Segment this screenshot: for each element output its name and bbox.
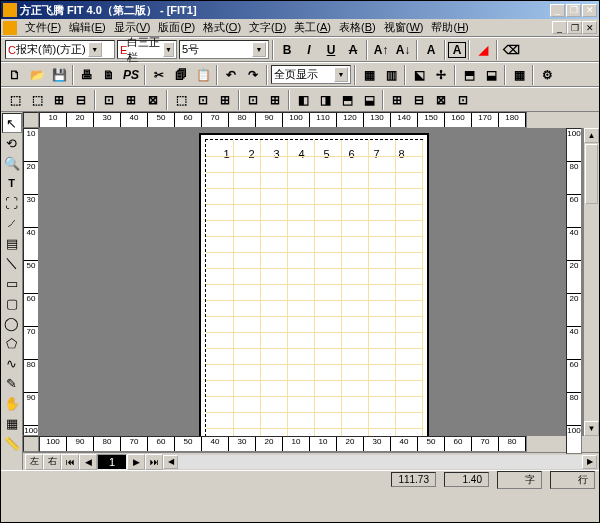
rounded-rect-tool[interactable]: ▢ [2,293,22,313]
menu-text[interactable]: 文字(D) [245,19,290,36]
text-box-button[interactable]: A [448,42,466,58]
nav-right-master[interactable]: 右 [43,454,61,470]
layout-btn-9[interactable]: ⊡ [192,89,214,111]
ruler-vertical-left[interactable]: 102030405060708090100 [23,128,39,436]
crop-tool[interactable]: ⛶ [2,193,22,213]
open-button[interactable]: 📂 [26,64,48,86]
cut-button[interactable]: ✂ [148,64,170,86]
align-left-button[interactable]: ⬕ [408,64,430,86]
layout-btn-18[interactable]: ⊟ [408,89,430,111]
doc-restore-button[interactable]: ❐ [567,21,582,34]
rotate-tool[interactable]: ⟲ [2,133,22,153]
layout-btn-15[interactable]: ⬒ [336,89,358,111]
zoom-dropdown[interactable]: 全页显示 ▼ [271,65,351,84]
font-size-dropdown[interactable]: 5号 ▼ [179,40,269,59]
scrollbar-horizontal[interactable]: ◀ ▶ [163,454,597,470]
grid2-button[interactable]: ▥ [380,64,402,86]
grid-button[interactable]: ▦ [358,64,380,86]
char-format-button[interactable]: A [420,39,442,61]
align-center-button[interactable]: ✢ [430,64,452,86]
menu-art[interactable]: 美工(A) [290,19,335,36]
nav-prev-button[interactable]: ◀ [79,454,97,470]
node-tool[interactable]: ⟋ [2,213,22,233]
measure-tool[interactable]: 📏 [2,433,22,453]
clear-format-button[interactable]: ⌫ [500,39,522,61]
doc-icon[interactable] [3,21,17,35]
gradient-tool[interactable]: ▤ [2,233,22,253]
layout-btn-17[interactable]: ⊞ [386,89,408,111]
menu-table[interactable]: 表格(B) [335,19,380,36]
paste-button[interactable]: 📋 [192,64,214,86]
layout-btn-6[interactable]: ⊞ [120,89,142,111]
scrollbar-vertical[interactable]: ▲ ▼ [583,128,599,436]
bold-button[interactable]: B [276,39,298,61]
layout-btn-16[interactable]: ⬓ [358,89,380,111]
menu-view[interactable]: 显示(V) [110,19,155,36]
doc-close-button[interactable]: ✕ [582,21,597,34]
scroll-left-arrow[interactable]: ◀ [163,455,178,469]
tool-button[interactable]: ⚙ [536,64,558,86]
nav-next-button[interactable]: ▶ [127,454,145,470]
ruler-vertical-right[interactable]: 1008060402020406080100 [566,128,582,436]
copy-button[interactable]: 🗐 [170,64,192,86]
minimize-button[interactable]: _ [550,4,565,17]
layout-btn-20[interactable]: ⊡ [452,89,474,111]
page[interactable]: 12345678 [199,133,429,436]
canvas[interactable]: 12345678 [39,128,583,436]
font-family-dropdown[interactable]: C 报宋(简)(方正) ▼ [5,40,115,59]
subscript-button[interactable]: A↓ [392,39,414,61]
table-button[interactable]: ▦ [508,64,530,86]
menu-page[interactable]: 版面(P) [154,19,199,36]
table-tool[interactable]: ▦ [2,413,22,433]
superscript-button[interactable]: A↑ [370,39,392,61]
menu-format[interactable]: 格式(O) [199,19,245,36]
scroll-right-arrow[interactable]: ▶ [582,455,597,469]
preview-button[interactable]: 🗎 [98,64,120,86]
layer-up-button[interactable]: ⬒ [458,64,480,86]
underline-button[interactable]: U [320,39,342,61]
scroll-up-arrow[interactable]: ▲ [584,128,599,143]
restore-button[interactable]: ❐ [566,4,581,17]
polygon-tool[interactable]: ⬠ [2,333,22,353]
layout-btn-11[interactable]: ⊡ [242,89,264,111]
layout-btn-1[interactable]: ⬚ [4,89,26,111]
scroll-down-arrow[interactable]: ▼ [584,421,599,436]
nav-left-master[interactable]: 左 [25,454,43,470]
layout-btn-14[interactable]: ◨ [314,89,336,111]
ruler-horizontal-top[interactable]: 1020304050607080901001101201301401501601… [39,112,527,128]
page-number[interactable]: 1 [97,454,127,470]
text-tool[interactable]: T [2,173,22,193]
ellipse-tool[interactable]: ◯ [2,313,22,333]
ruler-horizontal-bottom[interactable]: 1009080706050403020101020304050607080 [39,436,527,452]
print-button[interactable]: 🖶 [76,64,98,86]
pointer-tool[interactable]: ↖ [2,113,22,133]
layout-btn-12[interactable]: ⊞ [264,89,286,111]
scroll-thumb-v[interactable] [585,144,598,204]
menu-edit[interactable]: 编辑(E) [65,19,110,36]
ruler-origin[interactable] [23,112,39,128]
font-style-dropdown[interactable]: E 白三正栏 ▼ [117,40,177,59]
layout-btn-10[interactable]: ⊞ [214,89,236,111]
menu-file[interactable]: 文件(F) [21,19,65,36]
layout-btn-4[interactable]: ⊟ [70,89,92,111]
pen-tool[interactable]: ✎ [2,373,22,393]
layout-btn-2[interactable]: ⬚ [26,89,48,111]
layout-btn-19[interactable]: ⊠ [430,89,452,111]
layout-btn-8[interactable]: ⬚ [170,89,192,111]
font-color-button[interactable]: ◢ [472,39,494,61]
doc-minimize-button[interactable]: _ [552,21,567,34]
bezier-tool[interactable]: ∿ [2,353,22,373]
redo-button[interactable]: ↷ [242,64,264,86]
nav-last-button[interactable]: ⏭ [145,454,163,470]
close-button[interactable]: ✕ [582,4,597,17]
layer-down-button[interactable]: ⬓ [480,64,502,86]
line-tool[interactable]: ＼ [2,253,22,273]
layout-btn-7[interactable]: ⊠ [142,89,164,111]
layout-btn-5[interactable]: ⊡ [98,89,120,111]
zoom-tool[interactable]: 🔍 [2,153,22,173]
scroll-track-h[interactable] [178,455,582,469]
undo-button[interactable]: ↶ [220,64,242,86]
layout-btn-3[interactable]: ⊞ [48,89,70,111]
hand-tool[interactable]: ✋ [2,393,22,413]
ps-button[interactable]: PS [120,64,142,86]
